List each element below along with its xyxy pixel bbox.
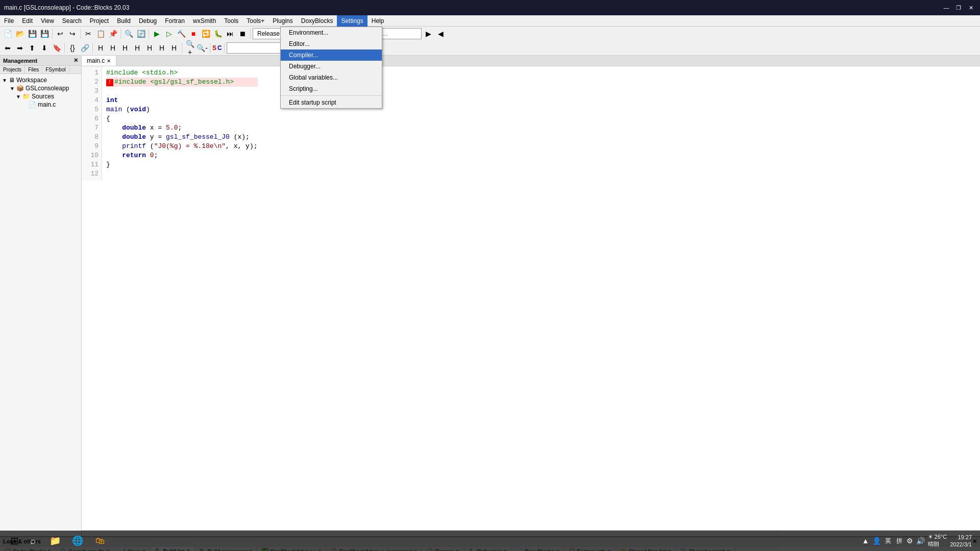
- code-editor[interactable]: 1 2 3 4 5 6 7 8 9 10 11 12 #include <std…: [82, 66, 980, 530]
- taskbar-time: 19:272022/3/1: [950, 534, 972, 548]
- menu-plugins[interactable]: Plugins: [268, 15, 297, 27]
- minimize-button[interactable]: —: [941, 3, 951, 13]
- menu-file[interactable]: File: [0, 15, 18, 27]
- tb-save[interactable]: 💾: [27, 28, 38, 39]
- tb-h1[interactable]: H: [95, 42, 106, 54]
- panel-tab-projects[interactable]: Projects: [0, 66, 25, 73]
- tb-stop[interactable]: ■: [188, 28, 199, 39]
- panel-tab-files[interactable]: Files: [25, 66, 42, 73]
- tb-replace[interactable]: 🔄: [135, 28, 146, 39]
- menu-item-compiler[interactable]: Compiler...: [281, 49, 382, 61]
- tree-workspace[interactable]: ▼ 🖥 Workspace: [2, 76, 79, 84]
- tb-abort[interactable]: ⏹: [237, 28, 248, 39]
- browser-icon: 🌐: [72, 535, 83, 546]
- editor-tab-mainc[interactable]: main.c ✕: [82, 56, 116, 66]
- menu-help[interactable]: Help: [368, 15, 388, 27]
- taskbar-app-explorer[interactable]: 📁: [45, 533, 65, 549]
- tree-sources[interactable]: ▼ 📁 Sources: [2, 92, 79, 101]
- main-layout: Management ✕ Projects Files FSymbol ▼ 🖥 …: [0, 56, 980, 536]
- tb-cut[interactable]: ✂: [83, 28, 94, 39]
- tb-search-back[interactable]: ◀: [435, 28, 446, 39]
- tb-rebuild[interactable]: 🔁: [200, 28, 211, 39]
- taskbar-app-store[interactable]: 🛍: [90, 533, 110, 549]
- tb-saveall[interactable]: 💾: [39, 28, 50, 39]
- start-button[interactable]: ⊞: [4, 533, 24, 549]
- tb-sep-1: [52, 29, 53, 39]
- taskbar-speaker-icon[interactable]: 🔊: [916, 537, 925, 545]
- tb-lang-c: C: [217, 44, 222, 52]
- tb-h2[interactable]: H: [107, 42, 118, 54]
- tb-bookmark-prev[interactable]: ⬆: [27, 42, 38, 54]
- tb-nav-back[interactable]: ⬅: [2, 42, 13, 54]
- menu-wxsmith[interactable]: wxSmith: [189, 15, 220, 27]
- file-icon: 📄: [29, 101, 36, 108]
- menu-edit[interactable]: Edit: [18, 15, 37, 27]
- tb-copy[interactable]: 📋: [95, 28, 106, 39]
- menu-project[interactable]: Project: [86, 15, 113, 27]
- tb-sep-11: [210, 43, 210, 53]
- menu-item-scripting[interactable]: Scripting...: [281, 83, 382, 94]
- tb-sep-3: [120, 29, 121, 39]
- tb-redo[interactable]: ↪: [67, 28, 78, 39]
- panel-header: Management ✕: [0, 56, 81, 66]
- tb-paste[interactable]: 📌: [107, 28, 118, 39]
- panel-close-button[interactable]: ✕: [74, 57, 78, 64]
- menu-item-editor[interactable]: Editor...: [281, 38, 382, 49]
- editor-tab-close-button[interactable]: ✕: [107, 58, 111, 64]
- code-line-7: double x = 5.0;: [106, 123, 258, 133]
- menu-doxyblocks[interactable]: DoxyBlocks: [297, 15, 337, 27]
- taskbar-settings-icon[interactable]: ⚙: [906, 537, 913, 545]
- tb-find[interactable]: 🔍: [123, 28, 134, 39]
- taskbar-lang-icon[interactable]: 英: [884, 537, 892, 545]
- tb-new[interactable]: 📄: [2, 28, 13, 39]
- taskbar-app-browser[interactable]: 🌐: [67, 533, 88, 549]
- tb-h6[interactable]: H: [156, 42, 167, 54]
- tb-nav-fwd[interactable]: ➡: [14, 42, 26, 54]
- tb-bookmark-next[interactable]: ⬇: [39, 42, 50, 54]
- menu-item-startup[interactable]: Edit startup script: [281, 97, 382, 108]
- tb-debug[interactable]: 🐛: [212, 28, 224, 39]
- taskbar-lang2-icon[interactable]: 拼: [895, 537, 903, 545]
- tb-build[interactable]: 🔨: [176, 28, 187, 39]
- close-button[interactable]: ✕: [966, 3, 976, 13]
- tb-code-jump[interactable]: 🔗: [79, 42, 90, 54]
- tb-h3[interactable]: H: [119, 42, 131, 54]
- tb-h4[interactable]: H: [132, 42, 143, 54]
- menu-build[interactable]: Build: [113, 15, 135, 27]
- menu-item-globalvars[interactable]: Global variables...: [281, 72, 382, 83]
- code-content: 1 2 3 4 5 6 7 8 9 10 11 12 #include <std…: [82, 66, 980, 181]
- taskbar-user-icon[interactable]: 👤: [872, 537, 881, 545]
- maximize-button[interactable]: ❐: [953, 3, 964, 13]
- tb-open[interactable]: 📂: [14, 28, 26, 39]
- tb-match-brace[interactable]: {}: [67, 42, 78, 54]
- tb-search-go[interactable]: ▶: [423, 28, 434, 39]
- tb-zoom-in[interactable]: 🔍+: [184, 42, 195, 54]
- menu-item-env[interactable]: Environment...: [281, 27, 382, 38]
- taskbar-search-button[interactable]: ⌕: [24, 533, 41, 549]
- menu-debug[interactable]: Debug: [135, 15, 161, 27]
- tree-project[interactable]: ▼ 📦 GSLconsoleapp: [2, 84, 79, 92]
- tb-h5[interactable]: H: [144, 42, 155, 54]
- menu-toolsplus[interactable]: Tools+: [242, 15, 268, 27]
- tb-build-run[interactable]: ▶: [151, 28, 162, 39]
- code-line-10: return 0;: [106, 151, 258, 160]
- tb-toggle-bookmark[interactable]: 🔖: [51, 42, 62, 54]
- menu-tools[interactable]: Tools: [220, 15, 242, 27]
- code-line-1: #include <stdio.h>: [106, 68, 258, 78]
- menu-fortran[interactable]: Fortran: [161, 15, 189, 27]
- tb-sep-4: [149, 29, 149, 39]
- tb-zoom-out[interactable]: 🔍-: [197, 42, 208, 54]
- taskbar-apps: 📁 🌐 🛍: [41, 533, 862, 549]
- tree-mainc[interactable]: 📄 main.c: [2, 101, 79, 109]
- tb-undo[interactable]: ↩: [55, 28, 66, 39]
- panel-tab-fsymbol[interactable]: FSymbol: [42, 66, 69, 73]
- taskbar-caret-icon[interactable]: ▲: [862, 537, 869, 545]
- menu-settings[interactable]: Settings: [337, 15, 367, 27]
- menu-view[interactable]: View: [37, 15, 58, 27]
- tb-h7[interactable]: H: [168, 42, 180, 54]
- code-line-8: double y = gsl_sf_bessel_J0 (x);: [106, 133, 258, 142]
- menu-item-debugger[interactable]: Debugger...: [281, 61, 382, 72]
- tb-run[interactable]: ▷: [163, 28, 175, 39]
- tb-debug-step[interactable]: ⏭: [225, 28, 236, 39]
- menu-search[interactable]: Search: [58, 15, 86, 27]
